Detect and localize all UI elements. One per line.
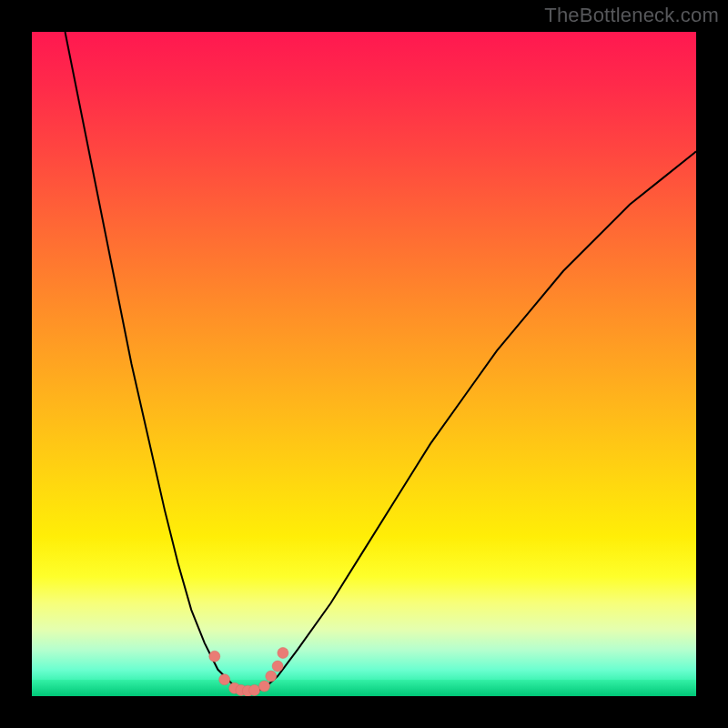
- curve-marker: [259, 681, 270, 692]
- chart-frame: TheBottleneck.com: [0, 0, 728, 728]
- curve-marker: [272, 661, 283, 672]
- curve-marker: [249, 684, 260, 695]
- bottleneck-curve: [32, 32, 696, 696]
- plot-area: [32, 32, 696, 696]
- curve-marker: [219, 674, 230, 685]
- curve-marker: [266, 671, 277, 682]
- curve-marker: [209, 651, 220, 662]
- curve-line: [66, 32, 697, 692]
- watermark-label: TheBottleneck.com: [544, 4, 719, 27]
- curve-marker: [278, 648, 288, 659]
